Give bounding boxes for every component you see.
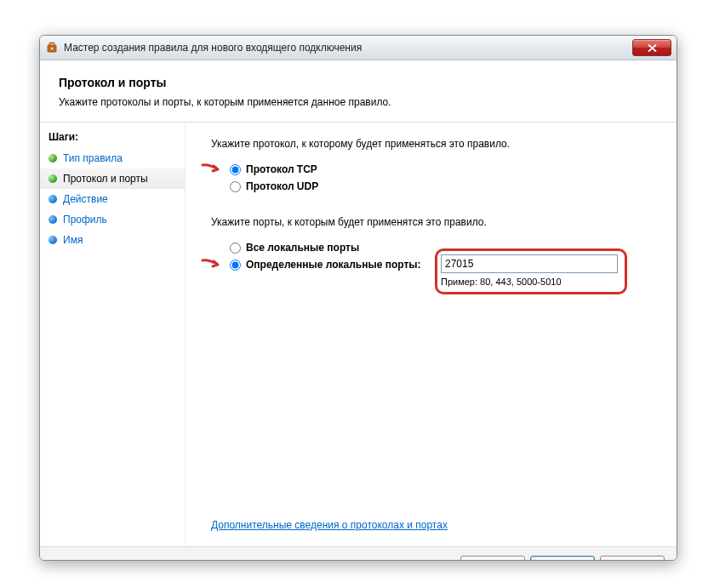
step-rule-type[interactable]: Тип правила xyxy=(40,148,185,168)
protocol-tcp-row: Протокол TCP xyxy=(211,162,651,177)
wizard-window: Мастер создания правила для нового входя… xyxy=(39,35,677,561)
annotation-arrow-icon xyxy=(201,257,226,272)
steps-sidebar: Шаги: Тип правила Протокол и порты Дейст… xyxy=(40,123,186,546)
protocol-udp-row: Протокол UDP xyxy=(211,179,651,194)
page-title: Протокол и порты xyxy=(59,76,658,89)
step-protocol-ports[interactable]: Протокол и порты xyxy=(40,168,185,189)
bullet-icon xyxy=(49,174,57,183)
ports-all-label: Все локальные порты xyxy=(246,242,359,254)
bullet-icon xyxy=(49,195,57,203)
annotation-arrow-icon xyxy=(201,162,226,177)
ports-prompt: Укажите порты, к которым будет применятс… xyxy=(211,216,651,228)
bullet-icon xyxy=(49,236,57,244)
bullet-icon xyxy=(49,215,57,224)
body: Шаги: Тип правила Протокол и порты Дейст… xyxy=(40,123,677,546)
back-button[interactable]: < Назад xyxy=(460,556,525,562)
close-icon xyxy=(648,44,657,52)
close-button[interactable] xyxy=(632,39,671,56)
protocol-udp-radio[interactable] xyxy=(230,181,241,192)
step-profile[interactable]: Профиль xyxy=(40,209,185,230)
step-label: Действие xyxy=(63,192,108,206)
protocol-udp-label: Протокол UDP xyxy=(246,180,318,192)
protocol-tcp-label: Протокол TCP xyxy=(246,163,317,175)
step-label: Протокол и порты xyxy=(63,172,148,186)
steps-heading: Шаги: xyxy=(40,128,185,148)
protocol-tcp-radio[interactable] xyxy=(230,164,241,175)
app-icon xyxy=(45,41,59,54)
ports-all-row: Все локальные порты xyxy=(211,240,651,255)
step-action[interactable]: Действие xyxy=(40,189,185,209)
port-example-text: Пример: 80, 443, 5000-5010 xyxy=(441,277,626,287)
button-bar: < Назад Далее > Отмена xyxy=(40,546,677,561)
ports-specific-label: Определенные локальные порты: xyxy=(246,259,421,271)
next-button[interactable]: Далее > xyxy=(530,556,595,562)
cancel-button[interactable]: Отмена xyxy=(600,556,665,562)
titlebar: Мастер создания правила для нового входя… xyxy=(40,36,677,60)
port-input-block: Пример: 80, 443, 5000-5010 xyxy=(441,254,626,287)
more-info-link[interactable]: Дополнительные сведения о протоколах и п… xyxy=(211,519,448,531)
window-title: Мастер создания правила для нового входя… xyxy=(64,42,632,54)
bullet-icon xyxy=(49,154,57,163)
step-label: Профиль xyxy=(63,213,107,226)
svg-point-2 xyxy=(51,48,54,50)
svg-rect-1 xyxy=(49,43,54,46)
ports-specific-radio[interactable] xyxy=(230,260,241,271)
ports-all-radio[interactable] xyxy=(230,243,241,254)
step-label: Имя xyxy=(63,233,83,247)
main-content: Укажите протокол, к которому будет приме… xyxy=(186,123,677,546)
step-name[interactable]: Имя xyxy=(40,230,185,250)
protocol-prompt: Укажите протокол, к которому будет приме… xyxy=(211,138,651,150)
page-header: Протокол и порты Укажите протоколы и пор… xyxy=(40,60,677,123)
page-subtitle: Укажите протоколы и порты, к которым при… xyxy=(59,96,658,108)
step-label: Тип правила xyxy=(63,151,123,165)
specific-ports-input[interactable] xyxy=(441,254,618,273)
